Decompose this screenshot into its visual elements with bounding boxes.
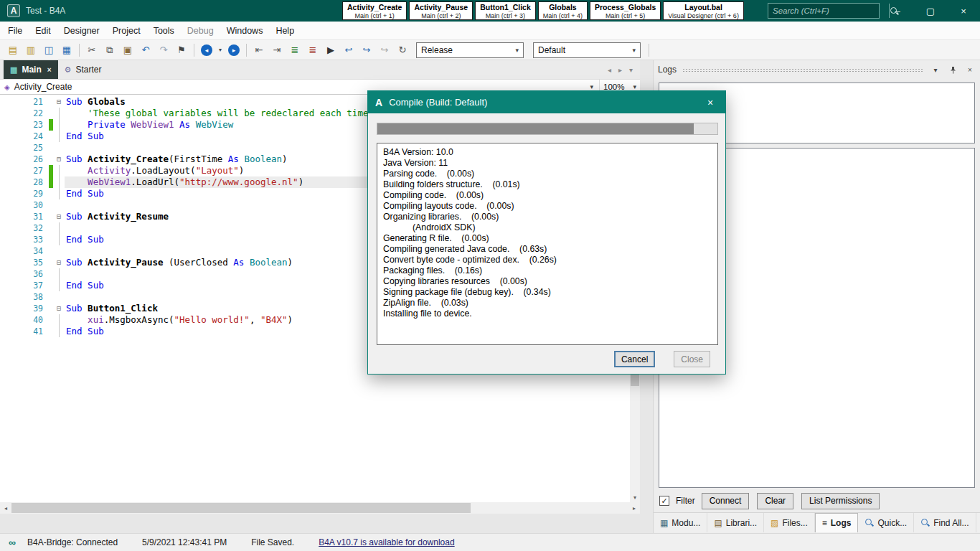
update-link[interactable]: B4A v10.7 is available for download (319, 537, 454, 547)
scroll-right-icon[interactable]: ▸ (628, 502, 640, 514)
cut-button[interactable]: ✂ (83, 42, 100, 59)
quick-tab-globals[interactable]: GlobalsMain (ctrl + 4) (538, 1, 588, 20)
compile-dialog-titlebar[interactable]: A Compile (Build: Default) × (368, 91, 725, 113)
scroll-tabs-right-icon[interactable]: ▸ (618, 66, 622, 74)
navigate-forward-button[interactable]: ▸ (225, 42, 242, 59)
fold-toggle-icon[interactable]: ⊟ (53, 211, 65, 222)
uncomment-button[interactable]: ≣ (304, 42, 321, 59)
panel-tab-label: Librari... (726, 518, 757, 528)
bridge-status: B4A-Bridge: Connected (27, 537, 118, 547)
reload-device-icon: ↻ (399, 44, 407, 55)
panel-tab-label: Logs (831, 518, 852, 528)
jump-forward-button[interactable]: ↪ (358, 42, 375, 59)
panel-drag-handle[interactable] (682, 68, 924, 72)
compile-log-line: Parsing code. (0.00s) (383, 169, 712, 179)
open-project-button[interactable]: ▥ (22, 42, 39, 59)
logs-panel-title: Logs (658, 65, 677, 75)
undo-button[interactable]: ↶ (137, 42, 154, 59)
fold-column (53, 142, 65, 154)
menu-project[interactable]: Project (106, 22, 147, 40)
recent-subs-button[interactable]: ↪ (376, 42, 393, 59)
panel-tab-logs[interactable]: ≡Logs (815, 513, 859, 532)
panel-tab-files[interactable]: ▨Files... (764, 513, 815, 532)
compile-log-line: Organizing libraries. (0.00s) (383, 212, 712, 222)
minimize-button[interactable]: – (881, 0, 914, 22)
scroll-down-icon[interactable]: ▾ (630, 492, 640, 502)
line-number: 28 (0, 176, 49, 188)
compile-progress-fill (377, 123, 694, 134)
close-tab-icon[interactable]: × (47, 66, 52, 74)
navigate-back-menu-button[interactable]: ▾ (216, 42, 225, 59)
fold-toggle-icon[interactable]: ⊟ (53, 257, 65, 268)
connect-button[interactable]: Connect (702, 493, 750, 509)
reload-device-button[interactable]: ↻ (394, 42, 411, 59)
menu-edit[interactable]: Edit (29, 22, 57, 40)
bridge-icon: ∞ (9, 537, 16, 548)
fold-toggle-icon[interactable]: ⊟ (53, 303, 65, 314)
tab-main[interactable]: ▦Main× (4, 60, 58, 79)
clear-button[interactable]: Clear (757, 493, 793, 509)
panel-menu-icon[interactable]: ▾ (930, 64, 941, 75)
tab-starter[interactable]: ⚙Starter (58, 60, 108, 79)
document-tabstrip: ▦Main×⚙Starter ◂ ▸ ▾ (0, 60, 640, 79)
line-number: 26 (0, 154, 49, 165)
paste-button[interactable]: ▣ (119, 42, 136, 59)
outdent-button[interactable]: ⇤ (250, 42, 268, 59)
panel-tab-librari[interactable]: ▤Librari... (707, 513, 764, 532)
compile-log-line: Compiling code. (0.00s) (383, 190, 712, 201)
compile-dialog-buttons: Cancel Close (614, 351, 710, 367)
menu-help[interactable]: Help (269, 22, 301, 40)
scroll-left-icon[interactable]: ◂ (0, 502, 11, 514)
panel-tab-modu[interactable]: ▦Modu... (654, 513, 707, 532)
navigate-back-button[interactable]: ◂ (198, 42, 215, 59)
compile-log-line: Packaging files. (0.16s) (383, 265, 712, 276)
build-profile-select[interactable]: Default▾ (533, 42, 641, 58)
pin-icon[interactable] (947, 64, 958, 75)
comment-button[interactable]: ≣ (286, 42, 303, 59)
quick-tab-button1_click[interactable]: Button1_ClickMain (ctrl + 3) (475, 1, 536, 20)
menu-file[interactable]: File (1, 22, 29, 40)
fold-toggle-icon[interactable]: ⊟ (53, 154, 65, 165)
tab-label: Main (22, 65, 41, 75)
menubar: FileEditDesignerProjectToolsDebugWindows… (0, 22, 980, 40)
editor-horizontal-scrollbar[interactable]: ◂ ▸ (0, 502, 640, 514)
panel-tab-find-all[interactable]: Find All... (914, 513, 976, 532)
quick-tab-activity_create[interactable]: Activity_CreateMain (ctrl + 1) (342, 1, 407, 20)
maximize-button[interactable]: ▢ (914, 0, 947, 22)
navigate-back-menu-icon: ▾ (219, 47, 222, 53)
list-permissions-button[interactable]: List Permissions (801, 493, 880, 509)
quick-tab-process_globals[interactable]: Process_GlobalsMain (ctrl + 5) (590, 1, 661, 20)
run-button[interactable]: ▶ (322, 42, 339, 59)
save-button[interactable]: ◫ (40, 42, 57, 59)
copy-button[interactable]: ⧉ (101, 42, 118, 59)
quick-tab-layoutbal[interactable]: Layout.balVisual Designer (ctrl + 6) (663, 1, 744, 20)
search-input[interactable] (768, 4, 889, 18)
jump-to-definition-button[interactable]: ↩ (340, 42, 357, 59)
cancel-button[interactable]: Cancel (614, 351, 655, 367)
quick-tab-activity_pause[interactable]: Activity_PauseMain (ctrl + 2) (409, 1, 473, 20)
close-button[interactable]: Close (674, 351, 710, 367)
window-controls: – ▢ × (881, 0, 980, 22)
new-module-button[interactable]: ▤ (4, 42, 22, 59)
indent-button[interactable]: ⇥ (268, 42, 286, 59)
redo-button[interactable]: ↷ (155, 42, 172, 59)
quick-tab-shortcut: Main (ctrl + 2) (414, 12, 468, 19)
panel-tab-quick[interactable]: Quick... (858, 513, 914, 532)
save-all-button[interactable]: ▦ (58, 42, 75, 59)
menu-tools[interactable]: Tools (147, 22, 181, 40)
fold-column (53, 326, 65, 337)
dialog-close-button[interactable]: × (695, 91, 725, 113)
horizontal-scrollbar-thumb[interactable] (11, 503, 471, 513)
tab-list-icon[interactable]: ▾ (629, 66, 633, 74)
close-button[interactable]: × (947, 0, 980, 22)
menu-designer[interactable]: Designer (57, 22, 106, 40)
close-panel-icon[interactable]: × (964, 64, 976, 75)
scroll-tabs-left-icon[interactable]: ◂ (608, 66, 611, 74)
bookmark-button[interactable]: ⚑ (173, 42, 190, 59)
menu-windows[interactable]: Windows (220, 22, 270, 40)
filter-checkbox[interactable]: ✓ (659, 496, 669, 506)
menu-debug[interactable]: Debug (181, 22, 220, 40)
fold-toggle-icon[interactable]: ⊟ (53, 96, 65, 108)
quick-tab-shortcut: Visual Designer (ctrl + 6) (668, 12, 739, 19)
build-configuration-select[interactable]: Release▾ (416, 42, 524, 58)
